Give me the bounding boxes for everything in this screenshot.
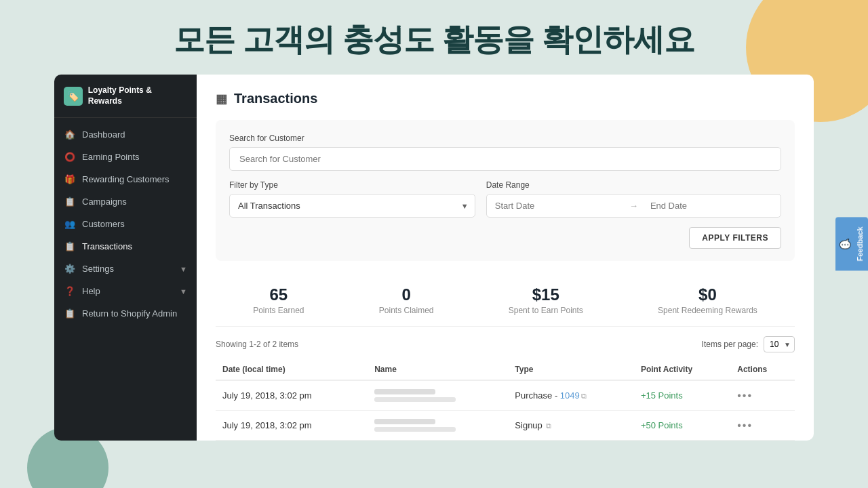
sidebar-app-icon: 🏷️ <box>64 87 83 106</box>
sidebar-item-settings[interactable]: ⚙️ Settings ▼ <box>54 258 197 280</box>
sidebar-item-help[interactable]: ❓ Help ▼ <box>54 280 197 302</box>
filter-type-select[interactable]: All Transactions Earned Redeemed <box>229 194 475 218</box>
page-header: 모든 고객의 충성도 활동을 확인하세요 <box>0 0 868 75</box>
date-range-inputs: → <box>486 194 781 218</box>
sidebar-label-help: Help <box>82 286 180 296</box>
earning-points-icon: ⭕ <box>64 152 76 162</box>
table-meta: Showing 1-2 of 2 items Items per page: 1… <box>216 336 795 352</box>
filter-row: Filter by Type All Transactions Earned R… <box>229 180 781 218</box>
sidebar-item-dashboard[interactable]: 🏠 Dashboard <box>54 123 197 146</box>
stat-spent-redeeming-label: Spent Redeeming Rewards <box>658 306 757 315</box>
date-arrow-icon: → <box>625 201 642 211</box>
apply-filters-button[interactable]: APPLY FILTERS <box>689 227 781 249</box>
row2-name-blurred <box>374 419 435 424</box>
stat-spent-earn-value: $15 <box>509 285 583 304</box>
sidebar-label-campaigns: Campaigns <box>82 197 187 207</box>
filter-type-wrapper: All Transactions Earned Redeemed ▼ <box>229 194 475 218</box>
stat-spent-earn-label: Spent to Earn Points <box>509 306 583 315</box>
items-per-page-select[interactable]: 10 25 50 <box>764 336 795 352</box>
row2-actions-menu[interactable]: ••• <box>737 420 753 431</box>
stat-points-claimed-label: Points Claimed <box>379 306 434 315</box>
feedback-label: Feedback <box>856 227 864 262</box>
dashboard-icon: 🏠 <box>64 129 76 140</box>
stat-points-claimed-value: 0 <box>379 285 434 304</box>
settings-chevron-icon: ▼ <box>180 265 187 273</box>
transactions-icon: 📋 <box>64 241 76 251</box>
row2-name <box>368 411 508 441</box>
row2-email-blurred <box>374 427 456 432</box>
row1-type-link[interactable]: 1049 <box>560 390 580 401</box>
stat-spent-redeeming-value: $0 <box>658 285 757 304</box>
main-layout: 🏷️ Loyalty Points & Rewards 🏠 Dashboard … <box>54 75 814 441</box>
row2-points: +50 Points <box>634 411 730 441</box>
items-per-page-control: Items per page: 10 25 50 ▼ <box>702 336 795 352</box>
sidebar-item-campaigns[interactable]: 📋 Campaigns <box>54 190 197 213</box>
date-range-group: Date Range → <box>486 180 781 218</box>
sidebar-app-title: Loyalty Points & Rewards <box>88 85 187 106</box>
stat-points-claimed: 0 Points Claimed <box>379 285 434 315</box>
sidebar: 🏷️ Loyalty Points & Rewards 🏠 Dashboard … <box>54 75 197 441</box>
filter-type-label: Filter by Type <box>229 180 475 190</box>
transactions-table: Date (local time) Name Type Point Activi… <box>216 359 795 441</box>
content-title: ▦ Transactions <box>216 91 795 106</box>
help-icon: ❓ <box>64 286 76 296</box>
col-actions: Actions <box>730 359 795 380</box>
sidebar-label-customers: Customers <box>82 219 187 229</box>
row1-date: July 19, 2018, 3:02 pm <box>216 380 368 411</box>
page-main-title: 모든 고객의 충성도 활동을 확인하세요 <box>0 19 868 61</box>
stat-points-earned-value: 65 <box>253 285 304 304</box>
sidebar-label-transactions: Transactions <box>82 241 187 251</box>
sidebar-nav: 🏠 Dashboard ⭕ Earning Points 🎁 Rewarding… <box>54 123 197 325</box>
table-header-row: Date (local time) Name Type Point Activi… <box>216 359 795 380</box>
stat-spent-redeeming: $0 Spent Redeeming Rewards <box>658 285 757 315</box>
date-end-input[interactable] <box>642 195 781 217</box>
help-chevron-icon: ▼ <box>180 287 187 296</box>
table-row: July 19, 2018, 3:02 pm Purchase - 1049⧉ … <box>216 380 795 411</box>
apply-btn-wrapper: APPLY FILTERS <box>229 227 781 249</box>
settings-icon: ⚙️ <box>64 264 76 274</box>
ipp-wrapper: 10 25 50 ▼ <box>764 336 795 352</box>
row1-points: +15 Points <box>634 380 730 411</box>
col-type: Type <box>508 359 634 380</box>
row1-actions-menu[interactable]: ••• <box>737 390 753 401</box>
transactions-page-icon: ▦ <box>216 92 227 106</box>
row2-date: July 19, 2018, 3:02 pm <box>216 411 368 441</box>
sidebar-label-return-shopify: Return to Shopify Admin <box>82 308 187 319</box>
col-date: Date (local time) <box>216 359 368 380</box>
sidebar-item-rewarding-customers[interactable]: 🎁 Rewarding Customers <box>54 168 197 190</box>
rewarding-customers-icon: 🎁 <box>64 174 76 184</box>
filter-type-group: Filter by Type All Transactions Earned R… <box>229 180 475 218</box>
row2-copy-icon: ⧉ <box>546 422 551 430</box>
showing-text: Showing 1-2 of 2 items <box>216 340 298 349</box>
sidebar-item-transactions[interactable]: 📋 Transactions <box>54 235 197 258</box>
row1-email-blurred <box>374 397 456 402</box>
stat-points-earned: 65 Points Earned <box>253 285 304 315</box>
row1-copy-icon: ⧉ <box>581 392 587 400</box>
transactions-page-title: Transactions <box>234 91 317 106</box>
row1-name-blurred <box>374 389 435 394</box>
sidebar-item-earning-points[interactable]: ⭕ Earning Points <box>54 146 197 168</box>
search-input[interactable] <box>229 147 781 171</box>
stat-spent-earn: $15 Spent to Earn Points <box>509 285 583 315</box>
row2-actions: ••• <box>730 411 795 441</box>
stats-row: 65 Points Earned 0 Points Claimed $15 Sp… <box>216 274 795 327</box>
row1-name <box>368 380 508 411</box>
stat-points-earned-label: Points Earned <box>253 306 304 315</box>
feedback-tab[interactable]: 💬 Feedback <box>835 218 868 271</box>
feedback-chat-icon: 💬 <box>840 239 850 250</box>
row2-type: Signup ⧉ <box>508 411 634 441</box>
sidebar-item-return-shopify[interactable]: 📋 Return to Shopify Admin <box>54 302 197 325</box>
sidebar-label-dashboard: Dashboard <box>82 129 187 140</box>
table-row: July 19, 2018, 3:02 pm Signup ⧉ +50 Poin… <box>216 411 795 441</box>
customers-icon: 👥 <box>64 219 76 229</box>
sidebar-label-rewarding-customers: Rewarding Customers <box>82 174 187 184</box>
row1-points-value: +15 Points <box>641 390 683 401</box>
sidebar-header: 🏷️ Loyalty Points & Rewards <box>54 75 197 118</box>
row1-actions: ••• <box>730 380 795 411</box>
date-range-label: Date Range <box>486 180 781 190</box>
items-per-page-label: Items per page: <box>702 340 758 349</box>
sidebar-item-customers[interactable]: 👥 Customers <box>54 213 197 235</box>
row2-points-value: +50 Points <box>641 420 683 430</box>
date-start-input[interactable] <box>487 195 625 217</box>
campaigns-icon: 📋 <box>64 197 76 207</box>
